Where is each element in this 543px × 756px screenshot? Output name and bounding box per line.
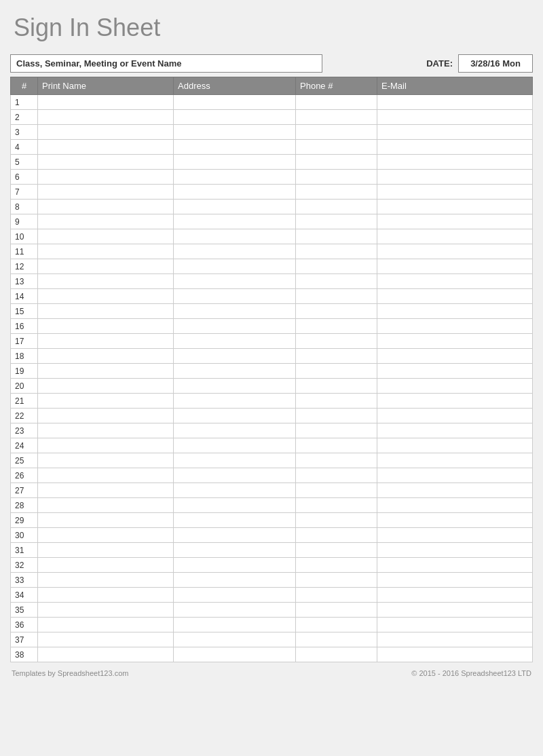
row-name[interactable] — [38, 468, 174, 483]
row-address[interactable] — [174, 632, 296, 647]
row-name[interactable] — [38, 334, 174, 349]
row-address[interactable] — [174, 423, 296, 438]
row-name[interactable] — [38, 185, 174, 200]
row-address[interactable] — [174, 110, 296, 125]
row-phone[interactable] — [296, 618, 377, 632]
row-email[interactable] — [377, 200, 533, 214]
row-address[interactable] — [174, 334, 296, 349]
row-email[interactable] — [377, 170, 533, 185]
row-name[interactable] — [38, 588, 174, 603]
row-name[interactable] — [38, 110, 174, 125]
row-phone[interactable] — [296, 528, 377, 543]
row-email[interactable] — [377, 289, 533, 304]
row-email[interactable] — [377, 647, 533, 662]
row-phone[interactable] — [296, 95, 377, 110]
event-name-field[interactable]: Class, Seminar, Meeting or Event Name — [10, 54, 322, 73]
row-email[interactable] — [377, 409, 533, 423]
row-name[interactable] — [38, 214, 174, 229]
row-phone[interactable] — [296, 603, 377, 618]
row-address[interactable] — [174, 304, 296, 319]
row-address[interactable] — [174, 95, 296, 110]
row-address[interactable] — [174, 214, 296, 229]
row-phone[interactable] — [296, 110, 377, 125]
row-phone[interactable] — [296, 289, 377, 304]
row-phone[interactable] — [296, 632, 377, 647]
row-email[interactable] — [377, 453, 533, 468]
row-address[interactable] — [174, 558, 296, 573]
row-address[interactable] — [174, 244, 296, 259]
row-phone[interactable] — [296, 438, 377, 453]
row-name[interactable] — [38, 200, 174, 214]
row-name[interactable] — [38, 409, 174, 423]
row-address[interactable] — [174, 229, 296, 244]
row-address[interactable] — [174, 618, 296, 632]
row-phone[interactable] — [296, 588, 377, 603]
row-address[interactable] — [174, 319, 296, 334]
row-address[interactable] — [174, 170, 296, 185]
row-email[interactable] — [377, 513, 533, 528]
row-address[interactable] — [174, 528, 296, 543]
row-address[interactable] — [174, 200, 296, 214]
row-phone[interactable] — [296, 185, 377, 200]
row-email[interactable] — [377, 588, 533, 603]
row-email[interactable] — [377, 349, 533, 364]
row-phone[interactable] — [296, 274, 377, 289]
row-name[interactable] — [38, 394, 174, 409]
row-name[interactable] — [38, 95, 174, 110]
row-email[interactable] — [377, 334, 533, 349]
row-name[interactable] — [38, 423, 174, 438]
row-phone[interactable] — [296, 334, 377, 349]
row-name[interactable] — [38, 528, 174, 543]
row-phone[interactable] — [296, 364, 377, 379]
row-phone[interactable] — [296, 468, 377, 483]
row-name[interactable] — [38, 453, 174, 468]
row-name[interactable] — [38, 304, 174, 319]
row-email[interactable] — [377, 632, 533, 647]
row-email[interactable] — [377, 155, 533, 170]
row-address[interactable] — [174, 349, 296, 364]
row-email[interactable] — [377, 229, 533, 244]
row-address[interactable] — [174, 588, 296, 603]
row-name[interactable] — [38, 244, 174, 259]
row-email[interactable] — [377, 498, 533, 513]
row-address[interactable] — [174, 274, 296, 289]
row-phone[interactable] — [296, 513, 377, 528]
row-email[interactable] — [377, 603, 533, 618]
row-name[interactable] — [38, 513, 174, 528]
row-address[interactable] — [174, 140, 296, 155]
row-email[interactable] — [377, 304, 533, 319]
row-phone[interactable] — [296, 170, 377, 185]
row-name[interactable] — [38, 319, 174, 334]
row-address[interactable] — [174, 289, 296, 304]
row-email[interactable] — [377, 185, 533, 200]
row-name[interactable] — [38, 349, 174, 364]
row-address[interactable] — [174, 438, 296, 453]
row-name[interactable] — [38, 543, 174, 558]
row-email[interactable] — [377, 394, 533, 409]
row-phone[interactable] — [296, 140, 377, 155]
row-phone[interactable] — [296, 379, 377, 394]
row-name[interactable] — [38, 155, 174, 170]
row-name[interactable] — [38, 289, 174, 304]
row-phone[interactable] — [296, 453, 377, 468]
row-address[interactable] — [174, 453, 296, 468]
row-address[interactable] — [174, 379, 296, 394]
row-name[interactable] — [38, 379, 174, 394]
row-email[interactable] — [377, 528, 533, 543]
date-value[interactable]: 3/28/16 Mon — [458, 54, 533, 73]
row-name[interactable] — [38, 647, 174, 662]
row-email[interactable] — [377, 110, 533, 125]
row-address[interactable] — [174, 468, 296, 483]
row-name[interactable] — [38, 573, 174, 588]
row-name[interactable] — [38, 170, 174, 185]
row-email[interactable] — [377, 379, 533, 394]
row-phone[interactable] — [296, 498, 377, 513]
row-email[interactable] — [377, 483, 533, 498]
row-name[interactable] — [38, 274, 174, 289]
row-address[interactable] — [174, 185, 296, 200]
row-phone[interactable] — [296, 229, 377, 244]
row-email[interactable] — [377, 214, 533, 229]
row-address[interactable] — [174, 259, 296, 274]
row-name[interactable] — [38, 125, 174, 140]
row-email[interactable] — [377, 438, 533, 453]
